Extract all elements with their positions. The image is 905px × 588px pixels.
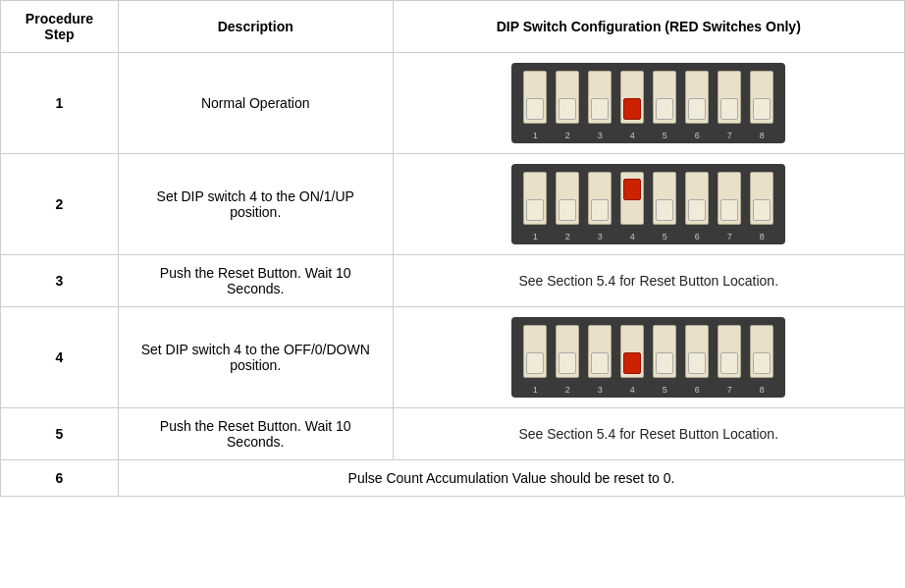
step-number: 3	[1, 255, 119, 307]
dip-text-note: See Section 5.4 for Reset Button Locatio…	[518, 426, 778, 442]
header-dip: DIP Switch Configuration (RED Switches O…	[393, 1, 904, 53]
table-row: 3Push the Reset Button. Wait 10 Seconds.…	[1, 255, 905, 307]
dip-config: 12345678	[393, 154, 904, 255]
header-description: Description	[118, 1, 393, 53]
table-row: 4Set DIP switch 4 to the OFF/0/DOWN posi…	[1, 307, 905, 408]
step-number: 2	[1, 154, 119, 255]
step-number: 5	[1, 408, 119, 460]
header-step: Procedure Step	[1, 1, 119, 53]
description: Push the Reset Button. Wait 10 Seconds.	[118, 408, 393, 460]
table-row: 6Pulse Count Accumulation Value should b…	[1, 460, 905, 497]
step-number: 4	[1, 307, 119, 408]
description: Set DIP switch 4 to the OFF/0/DOWN posit…	[118, 307, 393, 408]
step-number: 1	[1, 53, 119, 154]
dip-config: 12345678	[393, 53, 904, 154]
table-row: 2Set DIP switch 4 to the ON/1/UP positio…	[1, 154, 905, 255]
table-row: 5Push the Reset Button. Wait 10 Seconds.…	[1, 408, 905, 460]
table-row: 1Normal Operation12345678	[1, 53, 905, 154]
description: Pulse Count Accumulation Value should be…	[118, 460, 904, 497]
dip-config: See Section 5.4 for Reset Button Locatio…	[393, 408, 904, 460]
dip-switch-diagram: 12345678	[511, 317, 785, 398]
dip-switch-diagram: 12345678	[511, 164, 785, 244]
description: Set DIP switch 4 to the ON/1/UP position…	[118, 154, 393, 255]
step-number: 6	[1, 460, 119, 497]
dip-config: 12345678	[393, 307, 904, 408]
dip-text-note: See Section 5.4 for Reset Button Locatio…	[518, 273, 778, 289]
description: Normal Operation	[118, 53, 393, 154]
procedure-table: Procedure Step Description DIP Switch Co…	[0, 0, 905, 497]
dip-config: See Section 5.4 for Reset Button Locatio…	[393, 255, 904, 307]
description: Push the Reset Button. Wait 10 Seconds.	[118, 255, 393, 307]
dip-switch-diagram: 12345678	[511, 63, 785, 143]
